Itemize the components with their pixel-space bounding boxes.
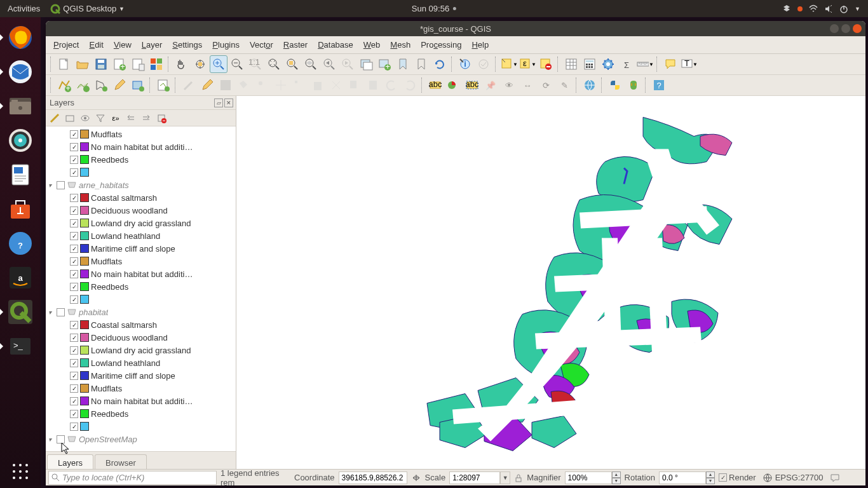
menu-vector[interactable]: Vector (246, 38, 277, 51)
checkbox-icon[interactable]: ✓ (70, 423, 78, 431)
legend-item[interactable]: ✓Maritime cliff and slope (46, 242, 236, 255)
activities-button[interactable]: Activities (8, 4, 40, 13)
tab-browser[interactable]: Browser (95, 454, 147, 469)
zoom-full-icon[interactable] (265, 55, 283, 73)
dropbox-icon[interactable] (782, 4, 791, 13)
locator-input[interactable]: Type to locate (Ctrl+K) (48, 471, 217, 485)
amazon-icon[interactable]: a (4, 261, 37, 294)
volume-icon[interactable] (824, 4, 833, 13)
filter-legend-icon[interactable] (94, 112, 107, 125)
plugin-icon[interactable] (625, 76, 642, 94)
mag-up-icon[interactable]: ▲ (612, 471, 621, 478)
rot-down-icon[interactable]: ▼ (706, 478, 715, 484)
attribute-table-icon[interactable] (562, 55, 580, 73)
open-project-icon[interactable] (74, 55, 92, 73)
checkbox-icon[interactable]: ✓ (70, 410, 78, 418)
rhythmbox-icon[interactable] (4, 124, 37, 157)
diagram-icon[interactable] (445, 76, 463, 94)
action-icon[interactable] (475, 55, 492, 73)
zoom-next-icon[interactable] (339, 55, 356, 73)
measure-icon[interactable]: ▼ (636, 55, 654, 73)
maximize-button[interactable] (841, 24, 850, 33)
add-raster-icon[interactable] (74, 76, 92, 94)
text-annotation-icon[interactable]: T▼ (680, 55, 698, 73)
style-manager-icon[interactable] (147, 55, 165, 73)
checkbox-icon[interactable] (57, 308, 65, 316)
help-button-icon[interactable]: ? (650, 76, 668, 94)
menu-raster[interactable]: Raster (280, 38, 311, 51)
map-tips-icon[interactable] (661, 55, 679, 73)
legend-item[interactable]: ✓Lowland dry acid grassland (46, 344, 236, 356)
close-button[interactable] (853, 24, 862, 33)
messages-icon[interactable] (830, 473, 840, 483)
checkbox-icon[interactable]: ✓ (70, 270, 78, 278)
toggle-edit-icon[interactable] (198, 76, 216, 94)
edit-pencil-icon[interactable] (111, 76, 128, 94)
legend-item[interactable]: ✓Deciduous woodland (46, 204, 236, 217)
add-group-icon[interactable] (64, 112, 76, 125)
legend-item[interactable]: ✓Reedbeds (46, 407, 236, 420)
rotation-input[interactable] (659, 471, 706, 484)
toggle-extents-icon[interactable] (411, 473, 421, 483)
checkbox-icon[interactable]: ✓ (70, 359, 78, 367)
legend-item[interactable]: ✓Lowland heathland (46, 356, 236, 369)
terminal-icon[interactable]: >_ (4, 330, 37, 363)
new-3d-view-icon[interactable]: + (376, 55, 393, 73)
map-canvas[interactable] (236, 96, 865, 469)
zoom-layer-icon[interactable] (302, 55, 320, 73)
statistics-icon[interactable]: Σ (618, 55, 635, 73)
menu-plugins[interactable]: Plugins (208, 38, 243, 51)
scale-dropdown-icon[interactable]: ▼ (500, 471, 510, 484)
software-icon[interactable] (4, 193, 37, 226)
rot-up-icon[interactable]: ▲ (706, 471, 715, 478)
collapse-icon[interactable]: ▾ (48, 436, 55, 443)
legend-item[interactable]: ✓Coastal saltmarsh (46, 318, 236, 331)
menu-view[interactable]: View (110, 38, 135, 51)
expand-all-icon[interactable] (125, 112, 137, 125)
select-features-icon[interactable]: ▼ (500, 55, 518, 73)
zoom-in-icon[interactable] (210, 55, 227, 73)
refresh-icon[interactable] (431, 55, 449, 73)
menu-project[interactable]: Project (50, 38, 83, 51)
checkbox-icon[interactable]: ✓ (70, 346, 78, 355)
select-by-value-icon[interactable]: ε▼ (519, 55, 536, 73)
menu-mesh[interactable]: Mesh (386, 38, 414, 51)
layout-manager-icon[interactable] (129, 55, 147, 73)
files-icon[interactable] (4, 90, 37, 123)
legend-item[interactable]: ✓Reedbeds (46, 153, 236, 166)
metasearch-icon[interactable] (581, 76, 599, 94)
new-map-view-icon[interactable] (357, 55, 375, 73)
menu-settings[interactable]: Settings (168, 38, 206, 51)
checkbox-icon[interactable]: ✓ (70, 232, 78, 240)
checkbox-icon[interactable]: ✓ (70, 334, 78, 342)
magnifier-input[interactable] (565, 471, 612, 484)
new-print-layout-icon[interactable]: + (111, 55, 128, 73)
close-panel-icon[interactable]: ✕ (224, 98, 233, 107)
help-icon[interactable]: ? (4, 227, 37, 260)
collapse-icon[interactable]: ▾ (48, 309, 55, 316)
checkbox-icon[interactable]: ✓ (70, 143, 78, 151)
pan-icon[interactable] (173, 55, 191, 73)
checkbox-icon[interactable]: ✓ (70, 295, 78, 304)
python-console-icon[interactable] (606, 76, 624, 94)
legend-item[interactable]: ✓ (46, 420, 236, 433)
lock-icon[interactable] (514, 473, 523, 482)
checkbox-icon[interactable]: ✓ (70, 245, 78, 253)
layers-tree[interactable]: ✓Mudflats✓No main habitat but additi…✓Re… (46, 126, 236, 451)
layer-OpenStreetMap[interactable]: ▾OpenStreetMap (46, 433, 236, 445)
scale-input[interactable] (449, 471, 500, 484)
menu-help[interactable]: Help (468, 38, 492, 51)
menu-web[interactable]: Web (360, 38, 384, 51)
checkbox-icon[interactable]: ✓ (70, 321, 78, 329)
collapse-icon[interactable]: ▾ (48, 182, 55, 189)
checkbox-icon[interactable]: ✓ (70, 372, 78, 380)
legend-item[interactable]: ✓Deciduous woodland (46, 331, 236, 344)
checkbox-icon[interactable]: ✓ (70, 207, 78, 215)
expression-filter-icon[interactable]: ε» (109, 112, 122, 125)
checkbox-icon[interactable]: ✓ (70, 168, 78, 177)
legend-item[interactable]: ✓Coastal saltmarsh (46, 191, 236, 204)
legend-item[interactable]: ✓Mudflats (46, 255, 236, 268)
checkbox-icon[interactable]: ✓ (70, 194, 78, 202)
add-vector-icon[interactable]: + (55, 76, 73, 94)
legend-item[interactable]: ✓Mudflats (46, 128, 236, 140)
